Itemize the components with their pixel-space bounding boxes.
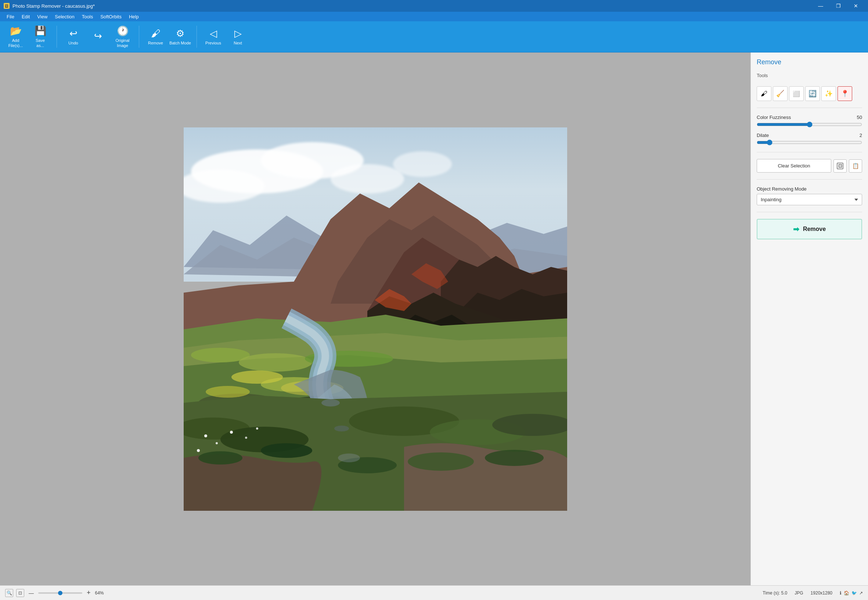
svg-point-22 <box>215 442 218 444</box>
undo-icon: ↩ <box>70 28 77 39</box>
toolbar: 📂 AddFile(s)... 💾 Saveas... ↩ Undo ↪ 🕐 O… <box>0 21 868 53</box>
zoom-plus-icon[interactable]: + <box>85 589 92 597</box>
clear-selection-button[interactable]: Clear Selection <box>757 159 831 173</box>
color-fuzziness-row: Color Fuzziness 50 <box>757 115 862 127</box>
zoom-minus-icon[interactable]: — <box>27 590 35 596</box>
previous-icon: ◁ <box>210 28 217 39</box>
zoom-thumb[interactable] <box>58 591 62 595</box>
lasso-tool-button[interactable]: 🔄 <box>805 86 820 101</box>
rectangle-select-button[interactable]: ⬜ <box>789 86 804 101</box>
menu-bar: File Edit View Selection Tools SoftOrbit… <box>0 12 868 21</box>
format-label: JPG <box>795 591 803 595</box>
svg-point-34 <box>338 453 360 462</box>
divider-4 <box>757 212 862 212</box>
redo-button[interactable]: ↪ <box>86 23 110 51</box>
paste-into-icon: 📋 <box>852 163 859 169</box>
previous-label: Previous <box>205 41 221 45</box>
home-icon[interactable]: 🏠 <box>844 591 849 595</box>
status-bar-left: 🔍 ⊡ — + 64% <box>5 589 104 597</box>
canvas-area[interactable] <box>0 53 750 585</box>
next-icon: ▷ <box>234 28 242 39</box>
minimize-button[interactable]: — <box>812 0 829 12</box>
remove-toolbar-button[interactable]: 🖌 Remove <box>144 23 167 51</box>
stamp-tool-button[interactable]: 📍 <box>838 86 852 101</box>
svg-point-4 <box>331 164 404 194</box>
svg-point-21 <box>204 434 207 437</box>
zoom-level: 64% <box>95 591 104 595</box>
title-bar-controls: — ❐ ✕ <box>812 0 864 12</box>
object-removing-mode-section: Object Removing Mode Inpainting Smart Fi… <box>757 186 862 205</box>
menu-tools[interactable]: Tools <box>78 13 97 21</box>
lasso-icon: 🔄 <box>809 89 816 98</box>
paintbrush-icon: 🖌 <box>761 90 767 98</box>
info-icon[interactable]: ℹ <box>840 591 842 595</box>
menu-softorbits[interactable]: SoftOrbits <box>97 13 125 21</box>
remove-toolbar-label: Remove <box>148 41 163 45</box>
image-container <box>184 127 567 511</box>
toolbar-group-nav: ◁ Previous ▷ Next <box>201 23 250 51</box>
svg-point-13 <box>231 371 283 384</box>
panel-title: Remove <box>757 58 862 66</box>
batch-mode-label: Batch Mode <box>169 41 191 45</box>
social-icons: ℹ 🏠 🐦 ↗ <box>840 591 863 595</box>
eraser-tool-button[interactable]: 🧹 <box>773 86 788 101</box>
save-as-icon: 💾 <box>35 25 46 37</box>
color-fuzziness-slider[interactable] <box>757 121 862 127</box>
toolbar-group-edit: ↩ Undo ↪ 🕐 Original Image <box>61 23 134 51</box>
menu-edit[interactable]: Edit <box>18 13 33 21</box>
save-as-button[interactable]: 💾 Saveas... <box>28 23 52 51</box>
select-all-icon: ⊡ <box>837 163 844 169</box>
app-icon: 🖼 <box>4 3 9 9</box>
dilate-slider[interactable] <box>757 139 862 145</box>
save-as-label: Saveas... <box>36 38 45 48</box>
removing-mode-select[interactable]: Inpainting Smart Fill Move & Expand Text… <box>757 194 862 205</box>
original-image-label: Original Image <box>111 38 134 48</box>
original-image-button[interactable]: 🕐 Original Image <box>111 23 134 51</box>
zoom-fit-icon[interactable]: 🔍 <box>5 589 13 597</box>
toolbar-group-remove: 🖌 Remove ⚙ Batch Mode <box>144 23 192 51</box>
zoom-track[interactable] <box>38 592 82 594</box>
twitter-icon[interactable]: 🐦 <box>851 591 857 595</box>
dimensions-label: 1920x1280 <box>811 591 832 595</box>
remove-button[interactable]: ➡ Remove <box>757 219 862 239</box>
svg-point-5 <box>393 151 452 177</box>
divider-1 <box>757 108 862 108</box>
svg-point-23 <box>230 431 233 434</box>
next-button[interactable]: ▷ Next <box>226 23 250 51</box>
menu-selection[interactable]: Selection <box>51 13 78 21</box>
dilate-label: Dilate <box>757 133 769 138</box>
zoom-actual-icon[interactable]: ⊡ <box>16 589 24 597</box>
dilate-header: Dilate 2 <box>757 133 862 138</box>
add-files-button[interactable]: 📂 AddFile(s)... <box>4 23 27 51</box>
object-removing-mode-label: Object Removing Mode <box>757 186 862 192</box>
divider-3 <box>757 179 862 180</box>
menu-help[interactable]: Help <box>125 13 143 21</box>
svg-point-24 <box>245 436 247 439</box>
eraser-icon: 🧹 <box>776 89 784 98</box>
undo-button[interactable]: ↩ Undo <box>61 23 85 51</box>
paste-into-button[interactable]: 📋 <box>849 159 862 173</box>
previous-button[interactable]: ◁ Previous <box>201 23 225 51</box>
svg-point-14 <box>206 386 250 398</box>
title-bar: 🖼 Photo Stamp Remover - caucasus.jpg* — … <box>0 0 868 12</box>
menu-view[interactable]: View <box>33 13 51 21</box>
share-icon[interactable]: ↗ <box>859 591 863 595</box>
menu-file[interactable]: File <box>3 13 18 21</box>
close-button[interactable]: ✕ <box>847 0 864 12</box>
rectangle-select-icon: ⬜ <box>793 90 800 97</box>
toolbar-group-files: 📂 AddFile(s)... 💾 Saveas... <box>4 23 52 51</box>
color-fuzziness-label: Color Fuzziness <box>757 115 791 120</box>
batch-mode-button[interactable]: ⚙ Batch Mode <box>168 23 192 51</box>
select-all-button[interactable]: ⊡ <box>833 159 847 173</box>
svg-point-30 <box>408 452 474 471</box>
add-files-icon: 📂 <box>10 25 22 37</box>
stamp-tool-icon: 📍 <box>841 89 849 98</box>
svg-point-27 <box>198 451 243 465</box>
magic-wand-button[interactable]: ✨ <box>821 86 836 101</box>
paintbrush-tool-button[interactable]: 🖌 <box>757 86 771 101</box>
svg-point-31 <box>485 450 544 466</box>
dilate-row: Dilate 2 <box>757 133 862 145</box>
maximize-button[interactable]: ❐ <box>830 0 847 12</box>
toolbar-separator-2 <box>139 26 139 48</box>
svg-point-7 <box>239 353 312 371</box>
